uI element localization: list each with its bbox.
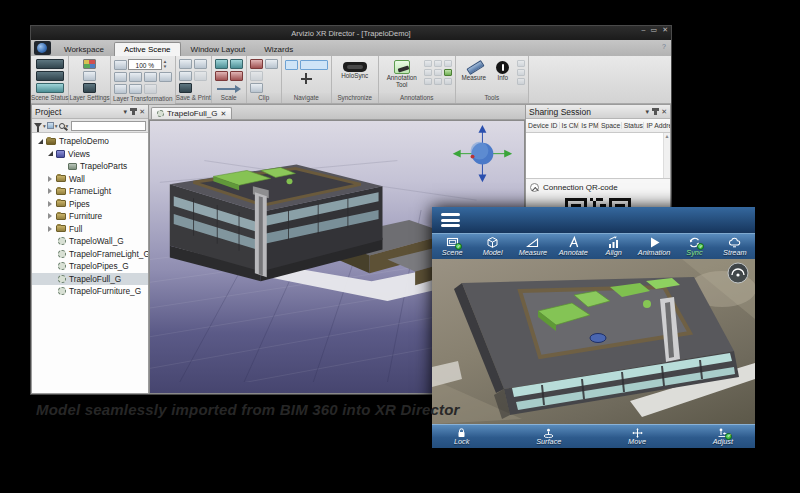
pin-icon[interactable] <box>654 108 657 115</box>
ribbon-icon[interactable] <box>444 69 452 76</box>
tree-item-full[interactable]: Full <box>32 223 148 236</box>
mobile-tab-align[interactable]: Align <box>595 236 633 257</box>
ribbon-icon[interactable] <box>444 78 452 85</box>
tab-window-layout[interactable]: Window Layout <box>182 43 255 56</box>
viewport-tab-close-icon[interactable]: ✕ <box>220 110 226 118</box>
project-search-input[interactable] <box>71 121 146 131</box>
col-space[interactable]: Space <box>599 122 622 129</box>
ribbon-icon[interactable] <box>215 59 228 69</box>
filter-dropdown-icon[interactable]: ▾ <box>43 123 46 129</box>
adjust-button[interactable]: Adjust <box>713 428 733 446</box>
mobile-tab-annotate[interactable]: Annotate <box>554 236 592 257</box>
ribbon-icon[interactable] <box>144 84 157 94</box>
ar-camera-view[interactable] <box>432 259 755 424</box>
print-icon[interactable] <box>179 83 192 93</box>
mobile-tab-sync[interactable]: Sync <box>675 236 713 257</box>
scale-arrow-icon[interactable] <box>215 85 241 93</box>
layer-filter-dropdown-icon[interactable]: ▾ <box>55 123 58 129</box>
move-button[interactable]: Move <box>628 428 646 446</box>
ribbon-icon[interactable] <box>194 71 207 81</box>
pan-cross-icon[interactable] <box>301 73 312 84</box>
ribbon-icon[interactable] <box>129 84 142 94</box>
ribbon-icon[interactable] <box>517 60 525 67</box>
maximize-button[interactable]: ▭ <box>651 26 658 34</box>
tree-item-trapeloframelight-g[interactable]: TrapeloFrameLight_G <box>32 248 148 261</box>
zoom-stepper[interactable]: ▲▼ <box>163 60 167 69</box>
tree-item-furniture[interactable]: Furniture <box>32 210 148 223</box>
ribbon-icon[interactable] <box>83 71 96 81</box>
ribbon-icon[interactable] <box>114 72 127 82</box>
ribbon-icon[interactable] <box>265 59 278 69</box>
tab-wizards[interactable]: Wizards <box>255 43 302 56</box>
holosync-button[interactable]: HoloSync <box>335 58 375 80</box>
ribbon-icon[interactable] <box>250 59 263 69</box>
mobile-tab-measure[interactable]: Measure <box>514 236 552 257</box>
ribbon-icon[interactable] <box>517 69 525 76</box>
tab-active-scene[interactable]: Active Scene <box>114 42 181 56</box>
ribbon-icon[interactable] <box>250 71 263 81</box>
ribbon-icon[interactable] <box>424 69 432 76</box>
ribbon-icon[interactable] <box>159 72 172 82</box>
ribbon-icon[interactable] <box>144 72 157 82</box>
tree-item-trapelowall-g[interactable]: TrapeloWall_G <box>32 235 148 248</box>
navigate-mode-icon[interactable] <box>285 60 298 70</box>
panel-close-icon[interactable]: ✕ <box>661 108 667 116</box>
col-is-pm[interactable]: Is PM <box>579 122 599 129</box>
ribbon-icon[interactable] <box>434 69 442 76</box>
ribbon-icon[interactable] <box>230 59 243 69</box>
ribbon-icon[interactable] <box>434 60 442 67</box>
lock-button[interactable]: Lock <box>454 428 469 446</box>
ribbon-icon[interactable] <box>444 60 452 67</box>
tab-workspace[interactable]: Workspace <box>55 43 113 56</box>
mobile-tab-stream[interactable]: Stream <box>716 236 754 257</box>
tree-item-trapelofurniture-g[interactable]: TrapeloFurniture_G <box>32 285 148 298</box>
filter-icon[interactable] <box>34 123 42 128</box>
tree-item-wall[interactable]: Wall <box>32 173 148 186</box>
menu-hamburger-icon[interactable] <box>441 213 460 227</box>
ribbon-icon[interactable] <box>36 59 64 69</box>
ribbon-icon[interactable] <box>424 78 432 85</box>
mobile-tab-animation[interactable]: Animation <box>635 236 673 257</box>
mobile-tab-scene[interactable]: Scene <box>433 236 471 257</box>
tree-item-trapelopipes-g[interactable]: TrapeloPipes_G <box>32 260 148 273</box>
tree-item-trapeloparts[interactable]: TrapeloParts <box>32 160 148 173</box>
ribbon-icon[interactable] <box>424 60 432 67</box>
surface-button[interactable]: Surface <box>536 428 561 446</box>
minimize-button[interactable]: – <box>642 26 646 34</box>
panel-close-icon[interactable]: ✕ <box>139 108 145 116</box>
layer-zoom-input[interactable]: 100 % <box>128 59 162 70</box>
mobile-tab-model[interactable]: Model <box>474 236 512 257</box>
measure-button[interactable]: Measure <box>459 58 489 82</box>
ribbon-icon[interactable] <box>36 71 64 81</box>
app-logo-icon[interactable] <box>34 41 51 55</box>
pin-icon[interactable] <box>132 108 135 115</box>
ribbon-icon[interactable] <box>215 71 228 81</box>
qr-section-header[interactable]: Connection QR-code <box>526 179 670 194</box>
ribbon-icon[interactable] <box>517 78 525 85</box>
ribbon-icon[interactable] <box>83 59 96 69</box>
annotation-tool-button[interactable]: Annotation Tool <box>382 58 422 89</box>
navigate-mode-icon[interactable] <box>300 60 328 70</box>
ribbon-icon[interactable] <box>250 83 263 93</box>
tree-item-pipes[interactable]: Pipes <box>32 198 148 211</box>
ribbon-icon[interactable] <box>83 83 96 93</box>
search-icon[interactable] <box>59 123 65 129</box>
ribbon-icon[interactable] <box>434 78 442 85</box>
col-is-cm[interactable]: Is CM <box>560 122 580 129</box>
scrollbar[interactable]: ▲ <box>663 133 670 178</box>
help-icon[interactable]: ? <box>662 43 666 50</box>
ribbon-icon[interactable] <box>114 84 127 94</box>
col-device-id[interactable]: Device ID <box>526 122 560 129</box>
info-button[interactable]: Info <box>491 58 515 82</box>
tree-item-views[interactable]: Views <box>32 148 148 161</box>
col-ip-address[interactable]: IP Address <box>644 122 670 129</box>
ribbon-icon[interactable] <box>230 71 243 81</box>
ribbon-icon[interactable] <box>194 59 207 69</box>
col-status[interactable]: Status <box>622 122 645 129</box>
tree-item-trapelodemo[interactable]: TrapeloDemo <box>32 135 148 148</box>
tree-item-framelight[interactable]: FrameLight <box>32 185 148 198</box>
close-button[interactable]: ✕ <box>662 26 668 34</box>
ribbon-icon[interactable] <box>179 71 192 81</box>
tree-item-trapelofull-g[interactable]: TrapeloFull_G <box>32 273 148 286</box>
ribbon-icon[interactable] <box>179 59 192 69</box>
